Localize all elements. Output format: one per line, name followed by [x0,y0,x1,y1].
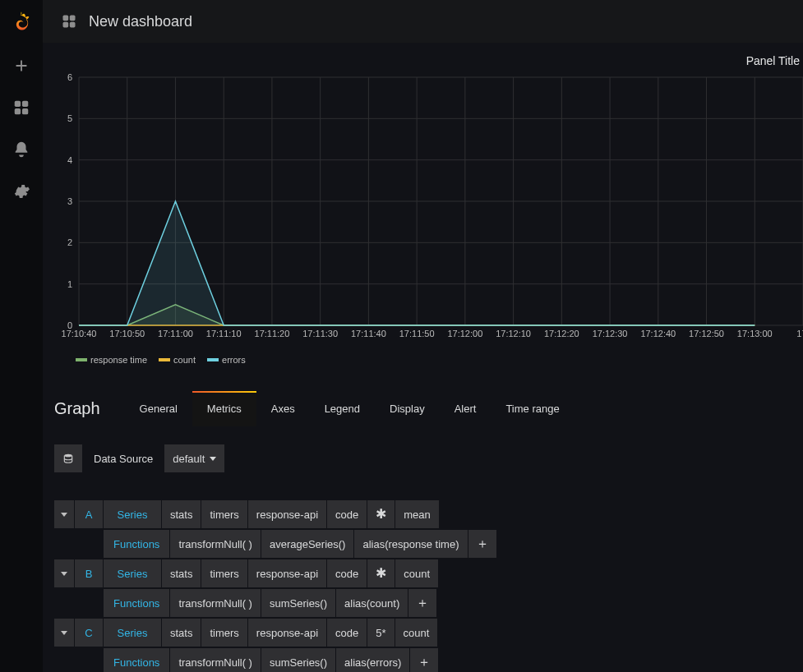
metric-segment[interactable]: 5* [367,619,394,647]
query-ref-id[interactable]: B [75,559,103,587]
function-segment[interactable]: alias(response time) [354,530,467,558]
add-function-button[interactable]: ＋ [408,589,436,617]
query-collapse-toggle[interactable] [54,500,74,528]
function-segment[interactable]: transformNull( ) [170,589,261,617]
tab-metrics[interactable]: Metrics [192,391,256,426]
nav-dashboards-icon[interactable] [12,99,30,119]
chevron-down-icon [210,457,216,461]
svg-text:17:13:00: 17:13:00 [737,329,773,338]
graph-panel[interactable]: 012345617:10:4017:10:5017:11:0017:11:101… [54,72,803,352]
datasource-bar: Data Source default [54,444,803,472]
panel-type-label: Graph [54,399,100,418]
svg-text:17:12:40: 17:12:40 [640,329,676,338]
metric-segment[interactable]: code [327,559,367,587]
tab-alert[interactable]: Alert [440,391,491,426]
svg-text:17:11:50: 17:11:50 [399,329,435,338]
query-collapse-toggle[interactable] [54,619,74,647]
query-functions-label: Functions [104,589,169,617]
svg-rect-7 [70,22,76,28]
function-segment[interactable]: transformNull( ) [170,530,261,558]
svg-text:17:12:10: 17:12:10 [496,329,531,338]
tab-time-range[interactable]: Time range [491,391,574,426]
metric-segment[interactable]: ✱ [367,559,395,587]
svg-text:6: 6 [67,72,72,82]
function-segment[interactable]: sumSeries() [261,589,335,617]
metric-segment[interactable]: timers [201,559,247,587]
dashboard-top-bar: New dashboard [43,0,803,43]
query-ref-id[interactable]: C [75,619,103,647]
query-row: ASeriesstatstimersresponse-apicode✱mean [54,500,803,528]
svg-text:17:: 17: [796,329,803,338]
svg-text:17:11:30: 17:11:30 [302,329,338,338]
svg-text:1: 1 [67,279,72,289]
svg-text:17:12:20: 17:12:20 [544,329,579,338]
legend-swatch [76,358,87,361]
metric-segment[interactable]: ✱ [367,500,395,528]
svg-text:17:11:20: 17:11:20 [255,329,290,338]
metric-segment[interactable]: timers [201,619,247,647]
tab-general[interactable]: General [125,391,192,426]
query-functions-row: FunctionstransformNull( )sumSeries()alia… [54,589,803,617]
function-segment[interactable]: alias(errors) [336,648,409,672]
dashboard-title[interactable]: New dashboard [89,13,192,30]
query-row: CSeriesstatstimersresponse-apicode5*coun… [54,619,803,647]
legend-label: response time [90,355,147,365]
metric-segment[interactable]: stats [162,559,201,587]
query-functions-label: Functions [104,648,169,672]
datasource-select[interactable]: default [164,444,224,472]
svg-rect-5 [70,16,76,21]
tab-axes[interactable]: Axes [256,391,310,426]
legend-item-count[interactable]: count [159,355,196,365]
add-function-button[interactable]: ＋ [410,648,438,672]
legend-label: count [173,355,196,365]
metric-segment[interactable]: stats [162,500,201,528]
svg-text:17:11:40: 17:11:40 [351,329,386,338]
metric-segment[interactable]: response-api [248,500,326,528]
main-content: Panel Title 012345617:10:4017:10:5017:11… [43,43,803,672]
metric-segment[interactable]: code [327,619,367,647]
query-editor: ASeriesstatstimersresponse-apicode✱meanF… [54,500,803,672]
tab-legend[interactable]: Legend [310,391,375,426]
metric-segment[interactable]: count [395,559,438,587]
query-series-label: Series [104,500,161,528]
grafana-logo[interactable] [10,10,33,35]
function-segment[interactable]: sumSeries() [261,648,335,672]
legend-swatch [159,358,170,361]
svg-text:2: 2 [67,237,72,247]
legend-item-response-time[interactable]: response time [76,355,147,365]
svg-rect-1 [22,101,28,107]
svg-text:17:10:40: 17:10:40 [62,329,97,338]
function-segment[interactable]: averageSeries() [261,530,354,558]
function-segment[interactable]: transformNull( ) [170,648,261,672]
svg-rect-2 [15,108,21,114]
metric-segment[interactable]: code [327,500,367,528]
svg-text:17:12:50: 17:12:50 [689,329,724,338]
query-row: BSeriesstatstimersresponse-apicode✱count [54,559,803,587]
panel-title[interactable]: Panel Title [54,54,803,67]
query-functions-label: Functions [104,530,169,558]
svg-text:3: 3 [67,196,72,206]
nav-create-icon[interactable] [12,57,30,77]
panel-editor-tabs: Graph General Metrics Axes Legend Displa… [54,391,803,426]
metric-segment[interactable]: count [395,619,438,647]
query-ref-id[interactable]: A [75,500,103,528]
add-function-button[interactable]: ＋ [468,530,496,558]
metric-segment[interactable]: response-api [248,559,326,587]
tab-display[interactable]: Display [375,391,440,426]
left-nav-rail [0,0,43,672]
svg-rect-4 [63,16,69,21]
metric-segment[interactable]: mean [395,500,439,528]
svg-text:17:11:00: 17:11:00 [158,329,193,338]
svg-text:17:11:10: 17:11:10 [206,329,242,338]
svg-text:17:12:30: 17:12:30 [593,329,628,338]
metric-segment[interactable]: timers [201,500,247,528]
datasource-label: Data Source [94,453,153,465]
svg-point-54 [64,454,72,458]
metric-segment[interactable]: stats [162,619,201,647]
metric-segment[interactable]: response-api [248,619,326,647]
nav-alerting-icon[interactable] [12,140,30,161]
function-segment[interactable]: alias(count) [336,589,408,617]
nav-configuration-icon[interactable] [12,182,30,203]
query-collapse-toggle[interactable] [54,559,74,587]
legend-item-errors[interactable]: errors [207,355,246,365]
